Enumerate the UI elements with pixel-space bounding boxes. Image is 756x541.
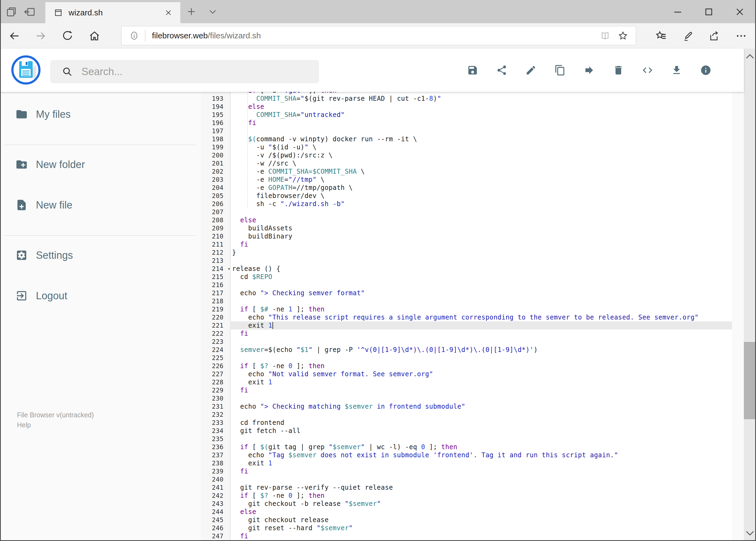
code-line-text[interactable]: } <box>230 249 732 257</box>
code-line-text[interactable]: git checkout release <box>230 516 732 524</box>
download-button[interactable] <box>671 65 682 76</box>
code-line-text[interactable] <box>230 475 732 483</box>
code-line-text[interactable]: fi <box>230 119 732 127</box>
code-line-text[interactable] <box>230 410 732 419</box>
code-line-text[interactable]: fi <box>230 241 732 249</box>
help-link[interactable]: Help <box>17 420 94 430</box>
search-box[interactable] <box>50 60 319 83</box>
scroll-down-icon[interactable] <box>744 526 756 540</box>
code-line-text[interactable]: git reset --hard "$semver" <box>230 524 732 532</box>
code-line-text[interactable]: cd $REPO <box>230 273 732 281</box>
site-info-icon[interactable] <box>129 31 139 41</box>
code-line-text[interactable]: exit 1 <box>230 459 732 467</box>
code-line-text[interactable] <box>230 257 732 265</box>
code-line-text[interactable]: git rev-parse --verify --quiet release <box>230 483 732 492</box>
code-line-text[interactable] <box>230 208 732 216</box>
favorite-star-icon[interactable] <box>618 31 628 41</box>
code-line-text[interactable]: else <box>230 508 732 516</box>
window-maximize-button[interactable] <box>703 6 715 18</box>
move-button[interactable] <box>584 65 595 76</box>
search-input[interactable] <box>81 66 319 78</box>
code-line-text[interactable]: if [ $# -ne 1 ]; then <box>230 305 732 313</box>
code-line-text[interactable]: echo "> Checking matching $semver in fro… <box>230 402 732 410</box>
scrollbar-thumb[interactable] <box>744 342 756 419</box>
code-line-text[interactable]: $(command -v winpty) docker run --rm -it… <box>230 135 732 143</box>
sidebar-item-my-files[interactable]: My files <box>0 99 201 129</box>
window-close-button[interactable] <box>734 6 746 18</box>
edit-button[interactable] <box>525 65 537 76</box>
refresh-icon[interactable] <box>62 30 74 42</box>
code-line-text[interactable]: else <box>230 216 732 224</box>
code-line-text[interactable] <box>230 337 732 346</box>
url-text[interactable]: filebrowser.web/files/wizard.sh <box>152 31 600 40</box>
code-line-text[interactable]: exit 1 <box>230 378 732 386</box>
code-line-text[interactable]: buildBinary <box>230 232 732 241</box>
new-tab-button[interactable] <box>186 6 196 17</box>
browser-menu-ellipsis-icon[interactable] <box>735 30 747 42</box>
code-line-text[interactable]: -w //src \ <box>230 159 732 168</box>
code-line-text[interactable] <box>230 297 732 305</box>
code-line-text[interactable]: -e COMMIT_SHA=$COMMIT_SHA \ <box>230 168 732 176</box>
code-line-text[interactable]: release () { <box>230 265 732 273</box>
code-line-text[interactable]: -e HOME="//tmp" \ <box>230 176 732 184</box>
code-line-text[interactable]: else <box>230 103 732 111</box>
set-aside-tabs-icon[interactable] <box>24 6 36 18</box>
code-line-text[interactable]: semver=$(echo "$1" | grep -P '^v(0|[1-9]… <box>230 346 732 354</box>
code-line-text[interactable]: if [ $? -ne 0 ]; then <box>230 362 732 370</box>
code-line-text[interactable]: git checkout -b release "$semver" <box>230 500 732 508</box>
forward-icon[interactable] <box>35 30 46 42</box>
info-button[interactable] <box>700 65 711 76</box>
code-line-text[interactable]: COMMIT_SHA="untracked" <box>230 111 732 119</box>
scroll-up-icon[interactable] <box>744 50 756 64</box>
code-line-text[interactable] <box>230 435 732 443</box>
code-line-text[interactable]: -u "$(id -u)" \ <box>230 143 732 151</box>
code-line-text[interactable]: fi <box>230 532 732 540</box>
code-line-text[interactable]: buildAssets <box>230 224 732 232</box>
code-line-text[interactable] <box>230 127 732 135</box>
code-line-text[interactable]: if [ -d ".git" ]; then <box>230 92 732 95</box>
code-line-text[interactable] <box>230 394 732 402</box>
code-line-text[interactable]: exit 1 <box>230 321 732 329</box>
code-line-text[interactable]: git fetch --all <box>230 427 732 435</box>
code-line-text[interactable]: -e GOPATH=//tmp/gopath \ <box>230 184 732 192</box>
code-line-text[interactable] <box>230 281 732 289</box>
code-line-text[interactable]: echo "> Checking semver format" <box>230 289 732 297</box>
sidebar-item-new-file[interactable]: New file <box>0 190 201 220</box>
tab-close-icon[interactable] <box>164 8 173 17</box>
page-scrollbar[interactable] <box>744 49 756 541</box>
tab-list-chevron-icon[interactable] <box>208 8 217 16</box>
code-line-text[interactable]: sh -c "./wizard.sh -b" <box>230 200 732 208</box>
code-line-text[interactable]: COMMIT_SHA="$(git rev-parse HEAD | cut -… <box>230 95 732 103</box>
home-icon[interactable] <box>89 30 101 42</box>
back-icon[interactable] <box>9 30 21 42</box>
url-bar[interactable]: filebrowser.web/files/wizard.sh <box>121 26 636 45</box>
floppy-disk-logo[interactable] <box>11 55 41 85</box>
code-line-text[interactable]: echo "This release script requires a sin… <box>230 313 732 321</box>
share-button[interactable] <box>496 65 507 76</box>
annotate-pen-icon[interactable] <box>682 30 694 42</box>
code-editor[interactable]: if [ -d ".git" ]; then193 COMMIT_SHA="$(… <box>201 92 732 541</box>
code-line-text[interactable]: filebrowser/dev \ <box>230 192 732 200</box>
save-button[interactable] <box>467 65 478 76</box>
tab-preview-icon[interactable] <box>5 6 17 18</box>
hub-favorites-icon[interactable] <box>655 30 667 42</box>
fold-marker-icon[interactable]: ▾ <box>227 265 230 273</box>
code-line-text[interactable]: echo "Not valid semver format. See semve… <box>230 370 732 378</box>
code-line-text[interactable]: if [ $(git tag | grep "$semver" | wc -l)… <box>230 443 732 451</box>
reading-view-icon[interactable] <box>600 31 610 41</box>
code-line-text[interactable]: -v /$(pwd):/src:z \ <box>230 151 732 159</box>
code-view-button[interactable] <box>642 65 653 76</box>
code-line-text[interactable]: fi <box>230 467 732 475</box>
share-icon[interactable] <box>708 30 720 42</box>
browser-tab[interactable]: wizard.sh <box>45 2 180 23</box>
code-line-text[interactable]: cd frontend <box>230 419 732 427</box>
sidebar-item-logout[interactable]: Logout <box>0 281 201 310</box>
code-line-text[interactable]: fi <box>230 329 732 337</box>
code-line-text[interactable]: fi <box>230 386 732 394</box>
window-minimize-button[interactable] <box>672 6 684 18</box>
copy-button[interactable] <box>554 65 566 76</box>
code-line-text[interactable]: if [ $? -ne 0 ]; then <box>230 492 732 500</box>
sidebar-item-new-folder[interactable]: New folder <box>0 150 201 179</box>
code-line-text[interactable] <box>230 354 732 362</box>
code-line-text[interactable]: echo "Tag $semver does not exist in subm… <box>230 451 732 459</box>
